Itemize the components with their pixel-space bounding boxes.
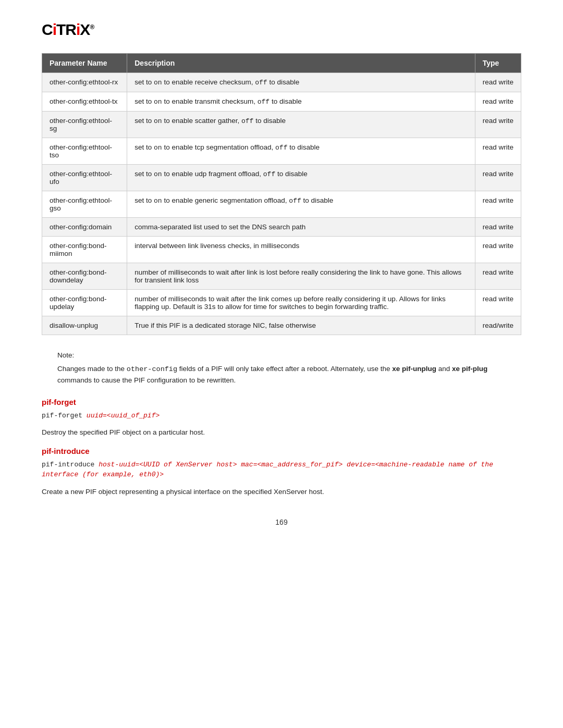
table-row: other-config:ethtool-rxset to on to enab… xyxy=(42,73,521,92)
param-name-cell: other-config:ethtool-ufo xyxy=(42,165,127,191)
description-cell: number of milliseconds to wait after lin… xyxy=(127,263,475,290)
col-header-type: Type xyxy=(475,54,521,73)
table-row: other-config:ethtool-tsoset to on to ena… xyxy=(42,138,521,165)
table-row: other-config:ethtool-gsoset to on to ena… xyxy=(42,191,521,218)
page-number: 169 xyxy=(42,518,521,526)
description-cell: set to on to enable receive checksum, of… xyxy=(127,73,475,92)
param-name-cell: disallow-unplug xyxy=(42,316,127,335)
note-section: Note: Changes made to the other-config f… xyxy=(57,350,521,386)
description-cell: comma-separated list used to set the DNS… xyxy=(127,218,475,237)
type-cell: read write xyxy=(475,218,521,237)
pif-introduce-command: pif-introduce host-uuid=<UUID of XenServ… xyxy=(42,460,521,480)
table-row: other-config:domaincomma-separated list … xyxy=(42,218,521,237)
table-row: other-config:ethtool-txset to on to enab… xyxy=(42,92,521,112)
description-cell: set to on to enable tcp segmentation off… xyxy=(127,138,475,165)
type-cell: read write xyxy=(475,73,521,92)
type-cell: read write xyxy=(475,191,521,218)
citrix-logo: CiTRiX® xyxy=(42,21,521,39)
type-cell: read write xyxy=(475,263,521,290)
description-cell: number of milliseconds to wait after the… xyxy=(127,290,475,316)
table-row: other-config:ethtool-sgset to on to enab… xyxy=(42,112,521,138)
col-header-description: Description xyxy=(127,54,475,73)
description-cell: set to on to enable udp fragment offload… xyxy=(127,165,475,191)
parameters-table: Parameter Name Description Type other-co… xyxy=(42,53,521,335)
section-heading-pif-introduce: pif-introduce xyxy=(42,447,521,455)
section-heading-pif-forget: pif-forget xyxy=(42,398,521,406)
type-cell: read write xyxy=(475,237,521,263)
param-name-cell: other-config:bond-downdelay xyxy=(42,263,127,290)
param-name-cell: other-config:ethtool-tx xyxy=(42,92,127,112)
description-cell: set to on to enable transmit checksum, o… xyxy=(127,92,475,112)
param-name-cell: other-config:bond-miimon xyxy=(42,237,127,263)
type-cell: read write xyxy=(475,112,521,138)
table-row: disallow-unplugTrue if this PIF is a ded… xyxy=(42,316,521,335)
pif-forget-command: pif-forget uuid=<uuid_of_pif> xyxy=(42,411,521,421)
pif-introduce-params: host-uuid=<UUID of XenServer host> mac=<… xyxy=(42,461,493,479)
description-cell: True if this PIF is a dedicated storage … xyxy=(127,316,475,335)
note-bold-plug: xe pif-plug xyxy=(452,365,487,373)
note-bold-unplug: xe pif-unplug xyxy=(392,365,436,373)
description-cell: interval between link liveness checks, i… xyxy=(127,237,475,263)
param-name-cell: other-config:ethtool-tso xyxy=(42,138,127,165)
param-name-cell: other-config:ethtool-sg xyxy=(42,112,127,138)
table-row: other-config:bond-miimoninterval between… xyxy=(42,237,521,263)
pif-forget-params: uuid=<uuid_of_pif> xyxy=(87,412,160,419)
col-header-param: Parameter Name xyxy=(42,54,127,73)
table-row: other-config:bond-downdelaynumber of mil… xyxy=(42,263,521,290)
pif-forget-prefix: pif-forget xyxy=(42,412,87,419)
table-row: other-config:ethtool-ufoset to on to ena… xyxy=(42,165,521,191)
type-cell: read/write xyxy=(475,316,521,335)
note-text: Changes made to the other-config fields … xyxy=(57,363,521,386)
description-cell: set to on to enable generic segmentation… xyxy=(127,191,475,218)
type-cell: read write xyxy=(475,290,521,316)
type-cell: read write xyxy=(475,92,521,112)
param-name-cell: other-config:domain xyxy=(42,218,127,237)
table-row: other-config:bond-updelaynumber of milli… xyxy=(42,290,521,316)
description-cell: set to on to enable scatter gather, off … xyxy=(127,112,475,138)
type-cell: read write xyxy=(475,138,521,165)
pif-introduce-prefix: pif-introduce xyxy=(42,461,99,468)
param-name-cell: other-config:ethtool-gso xyxy=(42,191,127,218)
pif-introduce-description: Create a new PIF object representing a p… xyxy=(42,486,521,498)
param-name-cell: other-config:bond-updelay xyxy=(42,290,127,316)
note-code-other-config: other-config xyxy=(127,365,177,373)
type-cell: read write xyxy=(475,165,521,191)
note-label: Note: xyxy=(57,350,521,361)
pif-forget-description: Destroy the specified PIF object on a pa… xyxy=(42,427,521,438)
param-name-cell: other-config:ethtool-rx xyxy=(42,73,127,92)
